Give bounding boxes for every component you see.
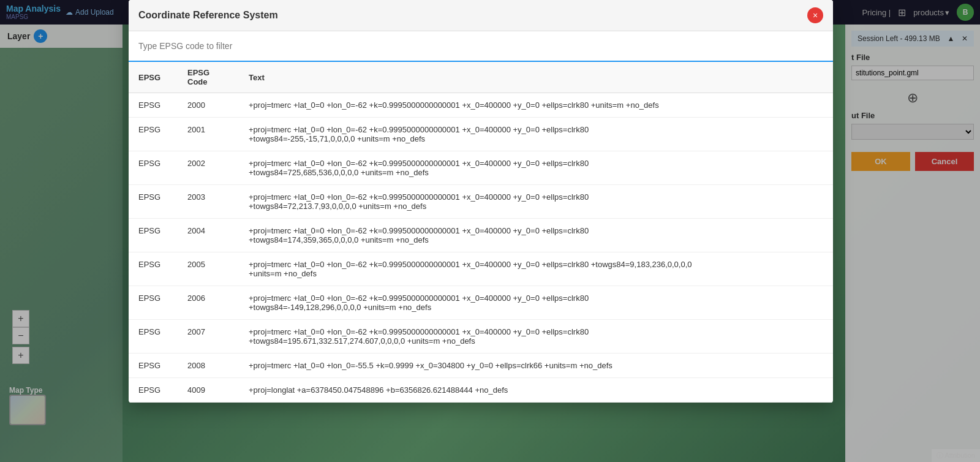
- cell-text: +proj=tmerc +lat_0=0 +lon_0=-62 +k=0.999…: [239, 286, 833, 320]
- table-row[interactable]: EPSG2004+proj=tmerc +lat_0=0 +lon_0=-62 …: [129, 219, 833, 252]
- cell-code: 2004: [178, 219, 239, 252]
- table-row[interactable]: EPSG4009+proj=longlat +a=6378450.0475488…: [129, 378, 833, 403]
- cell-code: 2006: [178, 286, 239, 320]
- dialog-header: Coordinate Reference System ×: [129, 0, 833, 31]
- epsg-filter-input[interactable]: [138, 39, 322, 53]
- cell-code: 2007: [178, 320, 239, 354]
- dialog-title: Coordinate Reference System: [138, 10, 278, 21]
- table-header-row: EPSG EPSG Code Text: [129, 62, 833, 93]
- dialog-filter-area: [129, 31, 833, 62]
- table-row[interactable]: EPSG2006+proj=tmerc +lat_0=0 +lon_0=-62 …: [129, 286, 833, 320]
- cell-epsg: EPSG: [129, 320, 178, 354]
- table-row[interactable]: EPSG2003+proj=tmerc +lat_0=0 +lon_0=-62 …: [129, 185, 833, 219]
- table-row[interactable]: EPSG2001+proj=tmerc +lat_0=0 +lon_0=-62 …: [129, 118, 833, 151]
- crs-table: EPSG EPSG Code Text EPSG2000+proj=tmerc …: [129, 62, 833, 403]
- table-row[interactable]: EPSG2007+proj=tmerc +lat_0=0 +lon_0=-62 …: [129, 320, 833, 354]
- dialog-close-button[interactable]: ×: [807, 7, 823, 23]
- cell-text: +proj=tmerc +lat_0=0 +lon_0=-62 +k=0.999…: [239, 252, 833, 286]
- cell-text: +proj=tmerc +lat_0=0 +lon_0=-62 +k=0.999…: [239, 151, 833, 185]
- cell-code: 2008: [178, 354, 239, 378]
- cell-text: +proj=tmerc +lat_0=0 +lon_0=-62 +k=0.999…: [239, 118, 833, 151]
- table-row[interactable]: EPSG2005+proj=tmerc +lat_0=0 +lon_0=-62 …: [129, 252, 833, 286]
- cell-epsg: EPSG: [129, 378, 178, 403]
- cell-epsg: EPSG: [129, 185, 178, 219]
- cell-epsg: EPSG: [129, 354, 178, 378]
- cell-code: 2000: [178, 93, 239, 118]
- cell-epsg: EPSG: [129, 286, 178, 320]
- cell-code: 2003: [178, 185, 239, 219]
- table-row[interactable]: EPSG2008+proj=tmerc +lat_0=0 +lon_0=-55.…: [129, 354, 833, 378]
- cell-code: 2002: [178, 151, 239, 185]
- header-text: Text: [239, 62, 833, 93]
- cell-text: +proj=tmerc +lat_0=0 +lon_0=-62 +k=0.999…: [239, 185, 833, 219]
- crs-dialog: Coordinate Reference System × EPSG EPSG …: [129, 0, 833, 403]
- dialog-overlay: Coordinate Reference System × EPSG EPSG …: [0, 0, 980, 462]
- cell-code: 2001: [178, 118, 239, 151]
- cell-code: 4009: [178, 378, 239, 403]
- cell-text: +proj=tmerc +lat_0=0 +lon_0=-62 +k=0.999…: [239, 320, 833, 354]
- crs-table-container[interactable]: EPSG EPSG Code Text EPSG2000+proj=tmerc …: [129, 62, 833, 403]
- cell-epsg: EPSG: [129, 93, 178, 118]
- cell-epsg: EPSG: [129, 252, 178, 286]
- crs-table-body: EPSG2000+proj=tmerc +lat_0=0 +lon_0=-62 …: [129, 93, 833, 403]
- header-epsg: EPSG: [129, 62, 178, 93]
- cell-epsg: EPSG: [129, 151, 178, 185]
- header-code: EPSG Code: [178, 62, 239, 93]
- cell-epsg: EPSG: [129, 219, 178, 252]
- cell-code: 2005: [178, 252, 239, 286]
- table-row[interactable]: EPSG2000+proj=tmerc +lat_0=0 +lon_0=-62 …: [129, 93, 833, 118]
- cell-text: +proj=tmerc +lat_0=0 +lon_0=-62 +k=0.999…: [239, 219, 833, 252]
- cell-text: +proj=tmerc +lat_0=0 +lon_0=-62 +k=0.999…: [239, 93, 833, 118]
- cell-text: +proj=tmerc +lat_0=0 +lon_0=-55.5 +k=0.9…: [239, 354, 833, 378]
- table-row[interactable]: EPSG2002+proj=tmerc +lat_0=0 +lon_0=-62 …: [129, 151, 833, 185]
- cell-epsg: EPSG: [129, 118, 178, 151]
- cell-text: +proj=longlat +a=6378450.047548896 +b=63…: [239, 378, 833, 403]
